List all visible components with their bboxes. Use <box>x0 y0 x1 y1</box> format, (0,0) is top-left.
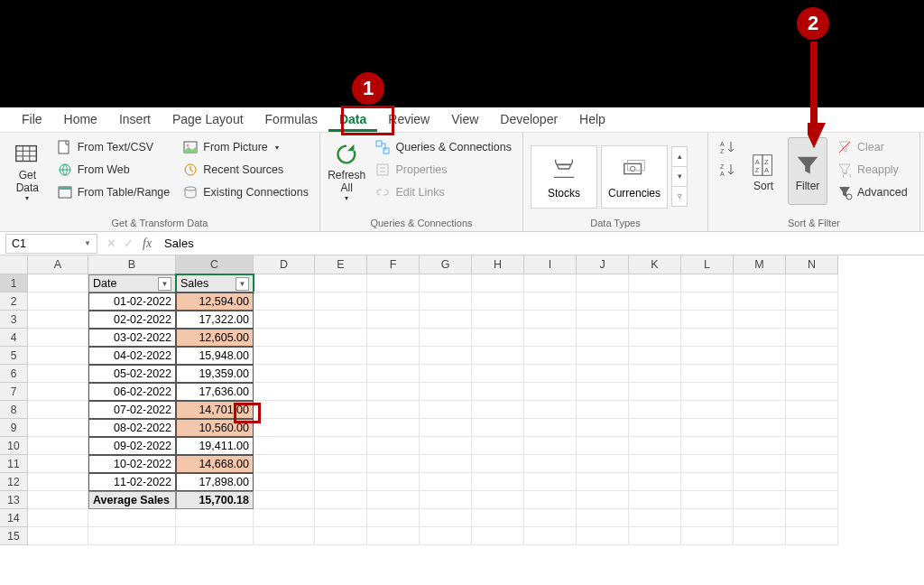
cell-J10[interactable] <box>577 437 629 455</box>
row-header-9[interactable]: 9 <box>0 419 28 437</box>
cell-N12[interactable] <box>786 473 838 491</box>
cell-N13[interactable] <box>786 491 838 509</box>
cell-C2[interactable]: 12,594.00 <box>176 292 254 311</box>
cell-M10[interactable] <box>734 437 786 455</box>
cell-B8[interactable]: 07-02-2022 <box>88 401 176 419</box>
cell-J15[interactable] <box>577 527 629 545</box>
cell-E11[interactable] <box>315 455 367 473</box>
row-header-12[interactable]: 12 <box>0 473 28 491</box>
row-header-14[interactable]: 14 <box>0 509 28 527</box>
col-header-F[interactable]: F <box>367 255 420 274</box>
from-table-range-button[interactable]: From Table/Range <box>53 182 174 202</box>
cell-I15[interactable] <box>524 527 577 545</box>
cell-H7[interactable] <box>472 383 524 401</box>
cell-J1[interactable] <box>577 274 629 292</box>
cell-I9[interactable] <box>524 419 577 437</box>
cell-A11[interactable] <box>28 455 88 473</box>
col-header-E[interactable]: E <box>315 255 367 274</box>
cell-G10[interactable] <box>420 437 472 455</box>
cell-D11[interactable] <box>254 455 315 473</box>
cell-J6[interactable] <box>577 365 629 383</box>
cell-N15[interactable] <box>786 527 838 545</box>
cell-G2[interactable] <box>420 292 472 311</box>
cell-F14[interactable] <box>367 509 420 527</box>
cell-I11[interactable] <box>524 455 577 473</box>
cell-J9[interactable] <box>577 419 629 437</box>
cell-I7[interactable] <box>524 383 577 401</box>
cell-C6[interactable]: 19,359.00 <box>176 365 254 383</box>
cell-H5[interactable] <box>472 347 524 365</box>
row-header-3[interactable]: 3 <box>0 311 28 329</box>
cell-A4[interactable] <box>28 329 88 347</box>
cell-B10[interactable]: 09-02-2022 <box>88 437 176 455</box>
cell-F6[interactable] <box>367 365 420 383</box>
row-header-7[interactable]: 7 <box>0 383 28 401</box>
cell-A1[interactable] <box>28 274 88 292</box>
col-header-J[interactable]: J <box>577 255 629 274</box>
cell-L10[interactable] <box>681 437 734 455</box>
cell-I8[interactable] <box>524 401 577 419</box>
cell-C9[interactable]: 10,560.00 <box>176 419 254 437</box>
cell-G3[interactable] <box>420 311 472 329</box>
cell-I12[interactable] <box>524 473 577 491</box>
cell-G11[interactable] <box>420 455 472 473</box>
cell-F10[interactable] <box>367 437 420 455</box>
cell-L2[interactable] <box>681 292 734 311</box>
cell-M13[interactable] <box>734 491 786 509</box>
cell-B9[interactable]: 08-02-2022 <box>88 419 176 437</box>
cell-C14[interactable] <box>176 509 254 527</box>
cell-M3[interactable] <box>734 311 786 329</box>
cell-H15[interactable] <box>472 527 524 545</box>
cell-G1[interactable] <box>420 274 472 292</box>
cell-C10[interactable]: 19,411.00 <box>176 437 254 455</box>
row-header-1[interactable]: 1 <box>0 274 28 292</box>
cell-F8[interactable] <box>367 401 420 419</box>
cell-L12[interactable] <box>681 473 734 491</box>
cell-I4[interactable] <box>524 329 577 347</box>
cell-E4[interactable] <box>315 329 367 347</box>
cell-B11[interactable]: 10-02-2022 <box>88 455 176 473</box>
cell-B14[interactable] <box>88 509 176 527</box>
tab-view[interactable]: View <box>440 108 489 132</box>
row-header-2[interactable]: 2 <box>0 292 28 311</box>
cell-A6[interactable] <box>28 365 88 383</box>
cell-C1[interactable]: Sales▼ <box>176 274 254 292</box>
cell-G8[interactable] <box>420 401 472 419</box>
cell-H1[interactable] <box>472 274 524 292</box>
cell-E8[interactable] <box>315 401 367 419</box>
cell-D4[interactable] <box>254 329 315 347</box>
cell-B13[interactable]: Average Sales <box>88 491 176 509</box>
cell-C3[interactable]: 17,322.00 <box>176 311 254 329</box>
from-picture-button[interactable]: From Picture▾ <box>179 137 312 157</box>
cell-K1[interactable] <box>629 274 681 292</box>
cell-E9[interactable] <box>315 419 367 437</box>
cell-E12[interactable] <box>315 473 367 491</box>
name-box[interactable]: C1▼ <box>5 234 97 254</box>
cell-G4[interactable] <box>420 329 472 347</box>
cell-A13[interactable] <box>28 491 88 509</box>
cell-M12[interactable] <box>734 473 786 491</box>
tab-home[interactable]: Home <box>53 108 108 132</box>
cell-H12[interactable] <box>472 473 524 491</box>
cell-D2[interactable] <box>254 292 315 311</box>
cells-area[interactable]: Date▼Sales▼01-02-202212,594.0002-02-2022… <box>28 274 838 545</box>
refresh-all-button[interactable]: Refresh All▾ <box>328 137 365 205</box>
cell-L11[interactable] <box>681 455 734 473</box>
row-header-10[interactable]: 10 <box>0 437 28 455</box>
from-text-csv-button[interactable]: From Text/CSV <box>53 137 174 157</box>
cell-B2[interactable]: 01-02-2022 <box>88 292 176 311</box>
cell-M1[interactable] <box>734 274 786 292</box>
filter-arrow-sales[interactable]: ▼ <box>236 277 249 291</box>
cell-K12[interactable] <box>629 473 681 491</box>
row-header-13[interactable]: 13 <box>0 491 28 509</box>
cell-E14[interactable] <box>315 509 367 527</box>
select-all-corner[interactable] <box>0 255 28 274</box>
col-header-H[interactable]: H <box>472 255 524 274</box>
cell-N8[interactable] <box>786 401 838 419</box>
col-header-K[interactable]: K <box>629 255 681 274</box>
cell-J13[interactable] <box>577 491 629 509</box>
cell-C11[interactable]: 14,668.00 <box>176 455 254 473</box>
cell-M9[interactable] <box>734 419 786 437</box>
cell-A10[interactable] <box>28 437 88 455</box>
recent-sources-button[interactable]: Recent Sources <box>179 160 312 180</box>
